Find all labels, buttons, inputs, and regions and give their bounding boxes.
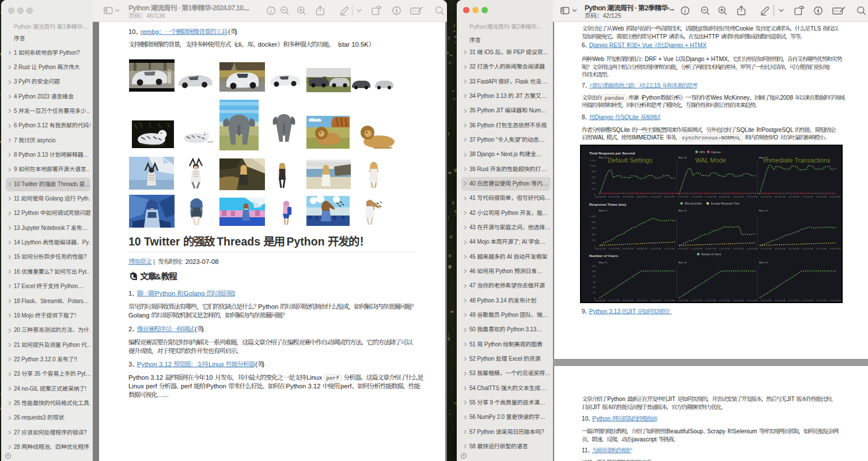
svg-text:Total Requests per Second: Total Requests per Second (589, 151, 635, 155)
svg-text:6:09:28 PM: 6:09:28 PM (623, 300, 633, 302)
svg-text:Failures: Failures (711, 151, 721, 154)
svg-text:6:10:22 PM: 6:10:22 PM (664, 196, 674, 198)
svg-text:6:08:45 PM: 6:08:45 PM (595, 300, 605, 302)
svg-text:6:14:43 PM: 6:14:43 PM (733, 248, 744, 250)
svg-text:800: 800 (592, 170, 596, 173)
svg-text:80: 80 (593, 275, 596, 278)
svg-text:6:15:01 PM: 6:15:01 PM (747, 196, 757, 198)
svg-text:20: 20 (593, 291, 596, 294)
svg-text:6:08:45 PM: 6:08:45 PM (595, 248, 605, 250)
svg-text:6:13:49 PM: 6:13:49 PM (692, 196, 702, 198)
svg-text:WAL Mode: WAL Mode (695, 157, 726, 164)
svg-text:6:18:02 PM: 6:18:02 PM (830, 196, 840, 198)
svg-text:6:09:10 PM: 6:09:10 PM (609, 248, 619, 250)
svg-text:6:17:08 PM: 6:17:08 PM (789, 300, 799, 302)
svg-text:6:17:08 PM: 6:17:08 PM (789, 248, 799, 250)
svg-text:Run #1: Run #1 (599, 261, 608, 264)
svg-text:6:15:01 PM: 6:15:01 PM (747, 248, 757, 250)
svg-text:6:13:49 PM: 6:13:49 PM (692, 248, 702, 250)
svg-text:6:14:07 PM: 6:14:07 PM (706, 300, 716, 302)
svg-text:600: 600 (592, 176, 596, 179)
svg-text:6:17:26 PM: 6:17:26 PM (802, 248, 813, 250)
svg-text:6:13:31 PM: 6:13:31 PM (678, 196, 688, 198)
svg-text:6:10:22 PM: 6:10:22 PM (664, 300, 674, 302)
svg-text:6:13:49 PM: 6:13:49 PM (692, 300, 702, 302)
svg-text:Run #1: Run #1 (599, 209, 608, 212)
svg-text:6:14:25 PM: 6:14:25 PM (719, 196, 730, 198)
svg-text:6:10:22 PM: 6:10:22 PM (664, 248, 674, 250)
svg-text:40: 40 (593, 286, 596, 289)
svg-text:6:18:02 PM: 6:18:02 PM (830, 248, 840, 250)
svg-text:RPS: RPS (699, 151, 704, 154)
svg-text:6:09:10 PM: 6:09:10 PM (609, 196, 619, 198)
svg-text:6:15:01 PM: 6:15:01 PM (747, 300, 757, 302)
svg-text:6:17:44 PM: 6:17:44 PM (816, 248, 827, 250)
svg-text:800: 800 (592, 221, 596, 224)
svg-text:6:09:28 PM: 6:09:28 PM (623, 248, 633, 250)
svg-text:6:09:46 PM: 6:09:46 PM (636, 248, 647, 250)
svg-text:Average Response Time: Average Response Time (711, 202, 740, 205)
svg-text:6:17:44 PM: 6:17:44 PM (816, 196, 827, 198)
svg-text:Run #3: Run #3 (759, 209, 768, 212)
svg-text:6:17:26 PM: 6:17:26 PM (802, 196, 813, 198)
svg-text:6:17:44 PM: 6:17:44 PM (816, 300, 827, 302)
svg-text:6:16:32 PM: 6:16:32 PM (761, 248, 771, 250)
svg-text:400: 400 (592, 182, 596, 184)
svg-text:6:16:50 PM: 6:16:50 PM (775, 196, 785, 198)
svg-text:Run #2: Run #2 (679, 209, 687, 212)
svg-text:95th percentile: 95th percentile (684, 202, 702, 205)
svg-text:200: 200 (592, 187, 596, 190)
svg-text:6:14:43 PM: 6:14:43 PM (733, 300, 744, 302)
svg-text:6:14:43 PM: 6:14:43 PM (733, 196, 744, 198)
svg-text:6:13:31 PM: 6:13:31 PM (678, 248, 688, 250)
svg-text:Response Times (ms): Response Times (ms) (589, 202, 626, 206)
svg-text:Run #3: Run #3 (759, 261, 768, 264)
svg-text:Run #3: Run #3 (759, 156, 768, 159)
svg-text:60: 60 (593, 281, 596, 284)
svg-text:6:18:02 PM: 6:18:02 PM (830, 300, 840, 302)
svg-text:120: 120 (592, 264, 596, 267)
svg-text:6:09:28 PM: 6:09:28 PM (623, 196, 633, 198)
svg-text:1,000: 1,000 (590, 164, 596, 167)
svg-text:Run #2: Run #2 (679, 156, 687, 159)
svg-text:6:10:04 PM: 6:10:04 PM (650, 300, 661, 302)
svg-text:100: 100 (592, 270, 596, 273)
svg-text:200: 200 (592, 239, 596, 241)
svg-text:6:16:32 PM: 6:16:32 PM (761, 196, 771, 198)
svg-text:6:08:45 PM: 6:08:45 PM (595, 196, 605, 198)
svg-text:6:14:25 PM: 6:14:25 PM (719, 300, 730, 302)
svg-text:6:16:50 PM: 6:16:50 PM (775, 300, 785, 302)
svg-text:6:10:04 PM: 6:10:04 PM (650, 196, 661, 198)
svg-text:6:16:32 PM: 6:16:32 PM (761, 300, 771, 302)
svg-text:1,200: 1,200 (590, 159, 596, 162)
svg-text:6:09:10 PM: 6:09:10 PM (609, 300, 619, 302)
svg-text:6:17:26 PM: 6:17:26 PM (802, 300, 813, 302)
svg-text:Number of Users: Number of Users (589, 254, 618, 258)
svg-text:Run #1: Run #1 (599, 156, 608, 159)
svg-text:Run #2: Run #2 (679, 261, 687, 264)
svg-text:6:09:46 PM: 6:09:46 PM (636, 300, 647, 302)
svg-text:Default Settings: Default Settings (608, 157, 653, 164)
svg-text:6:14:25 PM: 6:14:25 PM (719, 248, 730, 250)
svg-text:1,000: 1,000 (590, 215, 596, 218)
svg-text:Immediate Transactions: Immediate Transactions (763, 157, 831, 164)
svg-text:6:14:07 PM: 6:14:07 PM (706, 196, 716, 198)
svg-text:6:17:08 PM: 6:17:08 PM (789, 196, 799, 198)
svg-text:6:09:46 PM: 6:09:46 PM (636, 196, 647, 198)
svg-text:6:16:50 PM: 6:16:50 PM (775, 248, 785, 250)
svg-text:6:13:31 PM: 6:13:31 PM (678, 300, 688, 302)
svg-text:400: 400 (592, 233, 596, 236)
svg-text:6:14:07 PM: 6:14:07 PM (706, 248, 716, 250)
svg-text:600: 600 (592, 226, 596, 229)
svg-text:6:10:04 PM: 6:10:04 PM (650, 248, 661, 250)
svg-text:Number of Users: Number of Users (701, 253, 721, 256)
